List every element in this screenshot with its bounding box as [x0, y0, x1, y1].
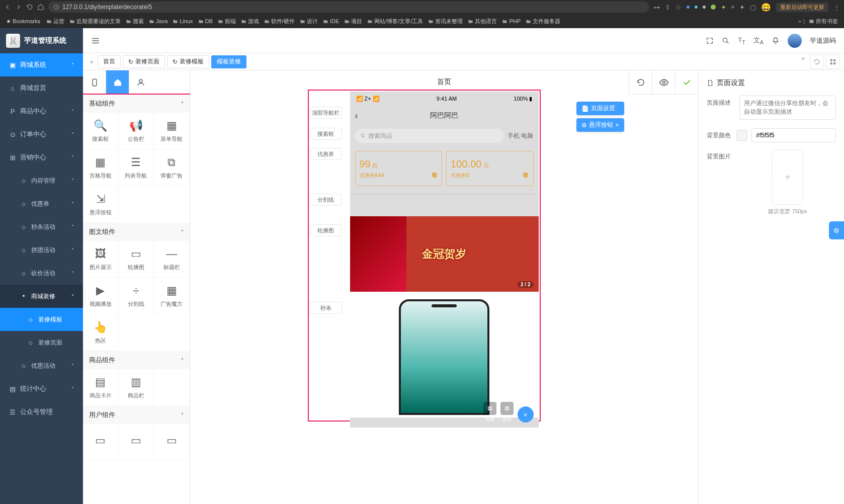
bookmark-folder[interactable]: 近期需要读的文章 — [67, 18, 123, 25]
comp-group-header[interactable]: 图文组件˅ — [83, 223, 190, 241]
url-bar[interactable]: 127.0.0.1/diy/template/decorate/5 — [48, 2, 649, 13]
ext-icon[interactable] — [687, 6, 690, 9]
ext-icon[interactable] — [695, 6, 698, 9]
phone-nav-bar[interactable]: ‹ 阿巴阿巴 — [350, 106, 539, 126]
float-tag-fab[interactable]: ⚙ 悬浮按钮 × — [576, 118, 624, 132]
bookmark-folder[interactable]: 游戏 — [239, 18, 261, 25]
restart-button[interactable]: 重新启动即可更新 — [776, 3, 828, 12]
sidebar-item[interactable]: ▤统计中心˅ — [0, 377, 83, 400]
mode-user-tab[interactable] — [129, 70, 152, 95]
comp-item[interactable]: ▭轮播图 — [119, 241, 154, 278]
component-label[interactable]: 顶部导航栏 — [310, 107, 342, 119]
comp-item[interactable]: 🖼图片展示 — [83, 241, 119, 278]
panel-icon[interactable]: ▢ — [750, 4, 756, 11]
comp-item[interactable]: 📢公告栏 — [119, 113, 154, 149]
bookmark-folder[interactable]: DB — [196, 18, 215, 25]
comp-item[interactable]: ▦广告魔方 — [154, 278, 190, 314]
ext-icon[interactable]: ✦ — [721, 4, 726, 11]
preview-button[interactable] — [652, 70, 675, 95]
phone-coupon-row[interactable]: 99 折优惠券AAA立即领取100.00 元优惠券B立即领取 — [350, 146, 539, 191]
color-swatch[interactable] — [736, 130, 747, 141]
bookmark-folder[interactable]: 软件/硬件 — [262, 18, 297, 25]
phone-fab-close[interactable]: × — [518, 406, 534, 423]
home-icon[interactable] — [37, 4, 44, 11]
bookmark-folder[interactable]: 网站/博客/文章/工具 — [365, 18, 425, 25]
nav-back-icon[interactable] — [4, 4, 11, 11]
bookmark-folder[interactable]: 前端 — [216, 18, 238, 25]
comp-item[interactable]: —标题栏 — [154, 241, 190, 278]
component-label[interactable]: 轮播图 — [310, 224, 342, 236]
sidebar-item[interactable]: ⊞营销中心˄ — [0, 146, 83, 169]
save-button[interactable] — [675, 70, 698, 95]
coupon[interactable]: 100.00 元优惠券B立即领取 — [446, 151, 534, 186]
phone-product[interactable] — [350, 292, 539, 417]
phone-search-input[interactable]: 搜索商品 — [355, 129, 504, 143]
mode-home-tab[interactable] — [106, 70, 129, 95]
sidebar-item[interactable]: ☰公众号管理 — [0, 400, 83, 424]
ext-icon[interactable] — [731, 6, 734, 9]
component-label[interactable]: 优惠券 — [310, 148, 342, 160]
all-bookmarks[interactable]: 所有书签 — [807, 18, 840, 25]
comp-item[interactable]: 🔍搜索框 — [83, 113, 119, 149]
bookmark-folder[interactable]: 搜索 — [124, 18, 146, 25]
comp-group-header[interactable]: 基础组件˅ — [83, 95, 190, 113]
comp-group-header[interactable]: 用户组件˅ — [83, 406, 190, 424]
bookmark-folder[interactable]: IDE — [321, 18, 341, 25]
bookmark-folder[interactable]: 项目 — [342, 18, 364, 25]
color-input[interactable] — [751, 128, 836, 142]
comp-item[interactable]: ▶视频播放 — [83, 278, 119, 314]
tab[interactable]: ↻装修模板 — [167, 55, 209, 68]
comp-item[interactable]: ▦宫格导航 — [83, 149, 119, 186]
comp-item[interactable]: ▦菜单导航 — [154, 113, 190, 149]
upload-box[interactable]: + — [772, 149, 803, 205]
menu-icon[interactable]: ⋮ — [833, 4, 840, 11]
comp-item[interactable]: ▥商品栏 — [119, 369, 154, 406]
sidebar-item[interactable]: ⌂商城首页 — [0, 76, 83, 100]
comp-item[interactable]: ☰列表导航 — [119, 149, 154, 186]
comp-item[interactable]: 👆热区 — [83, 314, 119, 351]
phone-search-row[interactable]: 搜索商品 手机 电脑 — [350, 126, 539, 146]
extensions-icon[interactable]: ✦ — [739, 4, 745, 11]
bookmark-folder[interactable]: 文件服务器 — [524, 18, 562, 25]
bookmark-folder[interactable]: 运营 — [44, 18, 66, 25]
component-label[interactable]: 秒杀 — [310, 302, 342, 314]
sidebar-item[interactable]: ▣商城系统˅ — [0, 53, 83, 76]
phone-fab-home[interactable]: 🖼首页 — [500, 402, 514, 423]
sidebar-item[interactable]: ◇优惠券˅ — [0, 192, 83, 215]
sidebar-item[interactable]: •商城装修˄ — [0, 285, 83, 308]
mode-phone-tab[interactable] — [83, 70, 106, 95]
bookmark-folder[interactable]: Linux — [171, 18, 195, 25]
comp-item[interactable]: ⧉弹窗广告 — [154, 149, 190, 186]
bookmark-folder[interactable]: 设计 — [298, 18, 320, 25]
sidebar-item[interactable]: ◇内容管理˅ — [0, 169, 83, 192]
comp-item[interactable]: ▤商品卡片 — [83, 369, 119, 406]
comp-item[interactable]: ▭ — [83, 424, 119, 461]
key-icon[interactable]: ⊶ — [653, 4, 660, 11]
sidebar-item[interactable]: ◇砍价活动˅ — [0, 262, 83, 285]
reload-icon[interactable] — [26, 4, 33, 11]
back-icon[interactable]: ‹ — [355, 111, 358, 121]
phone-carousel[interactable]: 金冠贺岁 2 / 2 — [350, 216, 539, 292]
comp-item[interactable]: ÷分割线 — [119, 278, 154, 314]
sidebar-item[interactable]: P商品中心˅ — [0, 100, 83, 123]
comp-group-header[interactable]: 商品组件˅ — [83, 351, 190, 369]
sidebar-item[interactable]: ⊙订单中心˅ — [0, 123, 83, 146]
comp-item[interactable]: ▭ — [119, 424, 154, 461]
bookmarks-label[interactable]: ★ Bookmarks — [4, 18, 42, 25]
tab-grid-button[interactable] — [826, 55, 840, 69]
app-logo[interactable]: 🐰 芋道管理系统 — [0, 28, 83, 53]
star-icon[interactable]: ☆ — [676, 4, 682, 11]
sidebar-item[interactable]: ◇拼团活动˅ — [0, 238, 83, 262]
search-icon[interactable] — [722, 37, 730, 45]
bookmark-folder[interactable]: PHP — [500, 18, 523, 25]
phone-fab-service[interactable]: 🖼客服 — [483, 402, 496, 423]
nav-forward-icon[interactable] — [15, 4, 22, 11]
phone-divider[interactable] — [350, 191, 539, 196]
component-label[interactable]: 分割线 — [310, 194, 342, 206]
tab-refresh-button[interactable] — [810, 55, 824, 69]
profile-icon[interactable]: 😄 — [761, 3, 771, 12]
user-name[interactable]: 芋道源码 — [810, 36, 836, 45]
share-icon[interactable]: ⇧ — [665, 4, 670, 11]
sidebar-item[interactable]: ◇优惠活动˅ — [0, 354, 83, 377]
reset-button[interactable] — [629, 70, 652, 95]
